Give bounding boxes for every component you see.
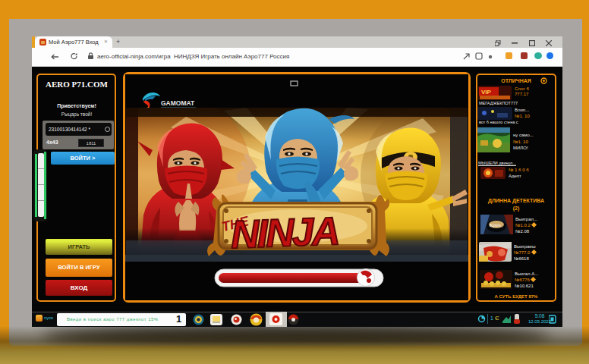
svg-text:NINJA: NINJA	[230, 209, 339, 256]
svg-text:GAMOMAT: GAMOMAT	[161, 99, 195, 107]
svg-text:Креп: Креп	[489, 222, 501, 228]
svg-text:VIP: VIP	[481, 89, 492, 96]
